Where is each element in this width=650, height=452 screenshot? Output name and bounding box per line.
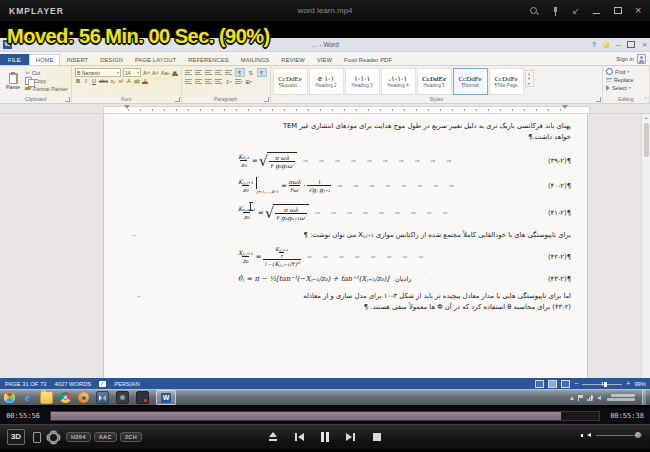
equation-number: (۴۰-۲)¶: [548, 182, 571, 190]
time-elapsed: 00:55:56: [0, 412, 46, 420]
underline-button: U: [91, 78, 97, 84]
bold-button: B: [75, 78, 81, 84]
ribbon-home: Paste ✂ Cut Copy Format Pai: [0, 66, 650, 104]
paragraph-line: (۴۳-۲) برای محاسبه θ استفاده کرد که در آ…: [118, 302, 571, 313]
scroll-thumb: [644, 123, 649, 157]
user-avatar-icon: [637, 54, 646, 64]
tab-mark: ←: [132, 232, 138, 238]
previous-button[interactable]: [293, 431, 305, 443]
next-button[interactable]: [345, 431, 357, 443]
tab-marks: → → → → → → → →: [337, 182, 542, 189]
style-heading4: ،۱-۱-۱ Heading 4: [381, 68, 416, 95]
indent-marker: [562, 105, 568, 109]
paragraph-line: برای تاپیوستگی های با خودالقایی کاملاً م…: [118, 230, 571, 241]
subscript-button: x₂: [110, 78, 116, 84]
kmplayer-taskbar-icon: [96, 391, 109, 404]
pin-icon[interactable]: [550, 6, 560, 16]
hidden-icons-icon: [570, 396, 574, 400]
styles-dialog-launcher: [596, 97, 601, 102]
video-surface[interactable]: W … - Word ? – × FILE HOME INSERT DESIGN…: [0, 21, 650, 405]
numbering-icon: [195, 69, 203, 76]
show-marks-icon: ¶: [257, 68, 267, 77]
word-window: W … - Word ? – × FILE HOME INSERT DESIGN…: [0, 38, 650, 390]
horizontal-ruler: [0, 104, 650, 114]
player-controls: 3D H264 AAC 2CH: [0, 424, 650, 449]
replace-icon: [606, 78, 612, 82]
shading-icon: ▾: [235, 78, 243, 85]
tab-insert: INSERT: [60, 55, 94, 65]
paragraph-line: خواهد داشت.¶: [118, 132, 571, 143]
grow-font-icon: A˄: [143, 70, 150, 76]
maximize-icon[interactable]: [613, 6, 623, 16]
word-restore-icon: [627, 41, 635, 48]
notification-orb-icon: [603, 42, 609, 48]
scroll-up-icon: ▲: [642, 114, 650, 122]
tab-file: FILE: [0, 54, 29, 65]
help-icon: ?: [592, 41, 596, 48]
style-normal: CcDdFe ¶Normal: [453, 68, 488, 95]
volume-slider[interactable]: [596, 435, 642, 436]
format-painter-icon: [24, 87, 31, 90]
speaker-icon[interactable]: [587, 433, 591, 437]
paragraph-line: پهنای باند فرکانسی باریک تری به دلیل تغی…: [118, 121, 571, 132]
word-taskbar-button-active: W: [156, 390, 176, 405]
font-dialog-launcher: [175, 97, 180, 102]
equation-40: Kⱼ,ⱼ₊₁z₀ j=۱,…,n-۱ = πωλ۲ω′ · ۱√gⱼ gⱼ₊₁ …: [238, 177, 571, 194]
resize-icon[interactable]: [571, 6, 581, 16]
tab-design: DESIGN: [94, 55, 129, 65]
space-marks: · · ·: [417, 276, 542, 283]
clear-formatting-icon: ✱: [172, 70, 178, 76]
rtl-direction-icon: ¶: [235, 68, 245, 77]
equation-41: Kₙ,ₙ₊₁z₀ = √ π ωλ۲ gₙgₙ₊₁ω′ → → → → → → …: [238, 204, 571, 221]
firefox-icon: [78, 392, 89, 403]
volume-tray-icon: [597, 396, 601, 400]
taskbar-clock: [607, 394, 635, 402]
volume-knob[interactable]: [635, 432, 641, 438]
page-indicator: PAGE 31 OF 73: [5, 381, 46, 387]
paste-button: Paste: [3, 68, 23, 95]
highlight-color-button: ab: [134, 78, 140, 84]
align-center-icon: [195, 78, 203, 85]
find-button: Find▾: [606, 68, 646, 75]
sign-in: Sign in: [616, 54, 646, 64]
font-size-combobox: 14▾: [123, 68, 141, 77]
zoom-level: 99%: [634, 381, 646, 387]
seek-bar[interactable]: [50, 411, 600, 421]
cut-button: ✂ Cut: [25, 69, 68, 76]
minimize-icon[interactable]: [592, 6, 602, 16]
borders-icon: ⊞▾: [245, 78, 253, 85]
superscript-button: x²: [118, 78, 124, 84]
tab-review: REVIEW: [275, 55, 310, 65]
document-canvas: پهنای باند فرکانسی باریک تری به دلیل تغی…: [0, 114, 650, 378]
copy-button: Copy: [25, 77, 68, 84]
document-page: پهنای باند فرکانسی باریک تری به دلیل تغی…: [103, 114, 588, 378]
vertical-scrollbar: ▲: [641, 114, 650, 378]
find-icon: [606, 68, 613, 75]
text-effects-button: A: [126, 78, 132, 84]
search-icon[interactable]: [529, 6, 539, 16]
decrease-indent-icon: [215, 69, 223, 76]
seek-row: 00:55:56 00:55:38: [0, 407, 650, 424]
tab-references: REFERENCES: [182, 55, 235, 65]
open-eject-button[interactable]: [267, 431, 279, 443]
select-button: Select▾: [606, 84, 646, 91]
style-title-page: CcDdFe ¶Title Page: [489, 68, 524, 95]
tab-marks: → → → → → → → → → →: [303, 157, 542, 164]
seek-fill: [51, 412, 561, 420]
stop-button[interactable]: [371, 431, 383, 443]
line-spacing-icon: ⇕▾: [225, 78, 233, 85]
style-equation: CcDdEe ¶Equatio…: [273, 68, 308, 95]
windows-taskbar: e W: [0, 389, 650, 405]
pause-button[interactable]: [319, 431, 331, 443]
close-icon[interactable]: [634, 6, 644, 16]
language-indicator: PERSIAN: [114, 381, 139, 387]
style-heading2: e ۱-۱ Heading 2: [309, 68, 344, 95]
read-mode-icon: [535, 380, 544, 388]
desktop-in-video: W … - Word ? – × FILE HOME INSERT DESIGN…: [0, 38, 650, 405]
paragraph-dialog-launcher: [264, 97, 269, 102]
player-titlebar[interactable]: KMPLAYER word learn.mp4: [0, 0, 650, 22]
proofing-icon: [99, 381, 106, 387]
show-desktop-strip: [642, 390, 646, 405]
tab-page-layout: PAGE LAYOUT: [129, 55, 182, 65]
sort-icon: ⇅: [247, 69, 255, 76]
